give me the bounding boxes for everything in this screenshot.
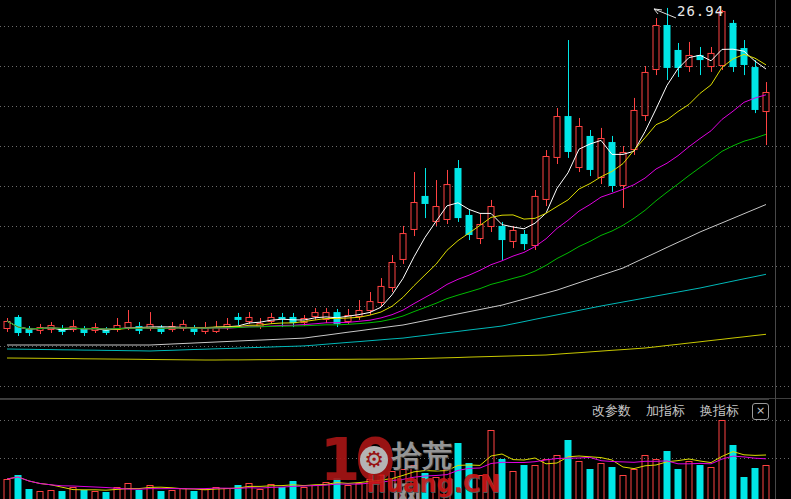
candlestick-chart[interactable] — [0, 0, 791, 499]
change-params-button[interactable]: 改参数 — [592, 401, 631, 421]
ma-lines — [7, 49, 766, 330]
stock-chart-window: 26.94 改参数 加指标 换指标 × 10 ⚙ 拾荒网 Huang.CN — [0, 0, 791, 499]
watermark: 10 ⚙ 拾荒网 Huang.CN — [320, 434, 480, 496]
long-ma-lines — [7, 205, 766, 361]
grid-lines — [0, 27, 791, 459]
add-indicator-button[interactable]: 加指标 — [646, 401, 685, 421]
indicator-toolbar: 改参数 加指标 换指标 × — [0, 399, 769, 422]
watermark-domain: Huang.CN — [366, 470, 500, 498]
high-price-annotation: 26.94 — [677, 3, 724, 19]
annotation-arrow — [654, 9, 676, 18]
switch-indicator-button[interactable]: 换指标 — [700, 401, 739, 421]
candles-group — [4, 8, 769, 336]
close-icon[interactable]: × — [752, 403, 769, 420]
